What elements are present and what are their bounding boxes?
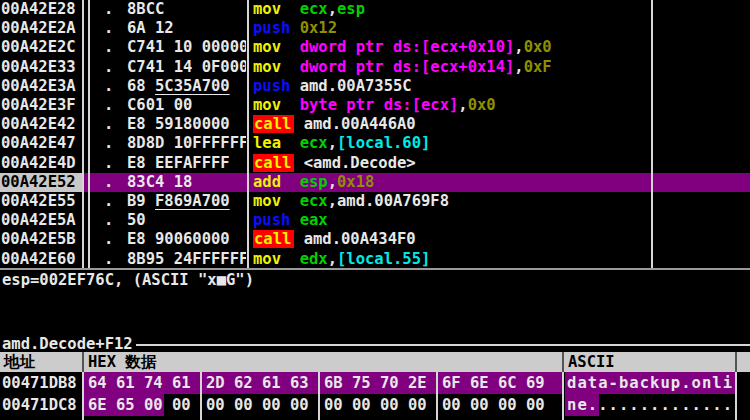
hex-group: 6B 75 70 2E — [324, 372, 427, 394]
hex-group: 2D 7C 76 04 — [88, 416, 191, 420]
instruction-token: amd.00A446A0 — [304, 115, 416, 133]
instruction-token: add — [253, 173, 281, 191]
byte-segment: 50 — [127, 211, 146, 229]
address-cell: 00A42E42 — [1, 115, 76, 134]
analysis-dot-marker: . — [104, 192, 113, 211]
disasm-row[interactable]: 00A42E55.B9 F869A700mov ecx,amd.00A769F8 — [0, 192, 750, 211]
disasm-row[interactable]: 00A42E4D.E8 EEFAFFFFcall <amd.Decode> — [0, 154, 750, 173]
instruction-token: call — [253, 230, 294, 248]
instruction-token: dword ptr ds:[ecx+0x10] — [300, 38, 515, 56]
instruction-cell: mov ecx,esp — [253, 0, 365, 19]
byte-segment: E8 EEFAFFFF — [127, 154, 230, 172]
address-cell: 00A42E2C — [1, 38, 76, 57]
instruction-token — [281, 38, 300, 56]
instruction-token: 0x0 — [524, 38, 552, 56]
dump-header-address: 地址 — [4, 352, 35, 372]
instruction-cell: mov ecx,amd.00A769F8 — [253, 192, 449, 211]
analysis-dot-marker: . — [104, 19, 113, 38]
column-divider — [735, 352, 737, 372]
analysis-dot-marker: . — [104, 230, 113, 249]
disasm-row[interactable]: 00A42E3A.68 5C35A700push amd.00A7355C — [0, 77, 750, 96]
dump-row[interactable]: 00471DD82D 7C 76 0400 00 00 00DD 00 00 0… — [0, 416, 750, 420]
column-divider — [82, 0, 84, 268]
disasm-row[interactable]: 00A42E28.8BCCmov ecx,esp — [0, 0, 750, 19]
column-divider — [247, 0, 249, 268]
hex-group: 6F 6E 6C 69 — [442, 372, 545, 394]
bytes-cell: 83C4 18 — [127, 173, 246, 192]
instruction-token: , — [458, 96, 467, 114]
ascii-cell: -|v.....■....... — [567, 416, 733, 420]
dump-row[interactable]: 00471DC86E 65 00 0000 00 00 0000 00 00 0… — [0, 394, 750, 416]
byte-segment: C601 00 — [127, 96, 192, 114]
disasm-row[interactable]: 00A42E33.C741 14 0F000000mov dword ptr d… — [0, 58, 750, 77]
disasm-row[interactable]: 00A42E42.E8 59180000call amd.00A446A0 — [0, 115, 750, 134]
dump-address-cell: 00471DC8 — [2, 394, 77, 416]
instruction-cell: mov dword ptr ds:[ecx+0x14],0xF — [253, 58, 552, 77]
bytes-cell: C741 14 0F000000 — [127, 58, 246, 77]
instruction-token — [294, 154, 303, 172]
instruction-token: [local.55] — [337, 250, 430, 268]
dump-header-hex: HEX 数据 — [88, 352, 156, 372]
byte-segment: E8 59180000 — [127, 115, 230, 133]
instruction-token: [local.60] — [337, 134, 430, 152]
disasm-row[interactable]: 00A42E5B.E8 90060000call amd.00A434F0 — [0, 230, 750, 249]
instruction-token: lea — [253, 134, 281, 152]
instruction-token: 0x12 — [300, 19, 337, 37]
instruction-token: mov — [253, 250, 281, 268]
instruction-token: mov — [253, 96, 281, 114]
instruction-token: amd.00A769F8 — [337, 192, 449, 210]
column-divider — [562, 372, 564, 420]
hex-group: 00 00 00 00 — [324, 394, 427, 416]
bytes-cell: 6A 12 — [127, 19, 246, 38]
disassembly-pane[interactable]: 00A42E28.8BCCmov ecx,esp00A42E2A.6A 12pu… — [0, 0, 750, 268]
instruction-token: call — [253, 115, 294, 133]
byte-segment: F869A700 — [155, 192, 230, 210]
instruction-token: <amd.Decode> — [304, 154, 416, 172]
dump-rows-pane[interactable]: 00471DB864 61 74 612D 62 61 636B 75 70 2… — [0, 372, 750, 420]
byte-segment: 8BCC — [127, 0, 164, 18]
disasm-row[interactable]: 00A42E3F.C601 00mov byte ptr ds:[ecx],0x… — [0, 96, 750, 115]
debugger-window: 00A42E28.8BCCmov ecx,esp00A42E2A.6A 12pu… — [0, 0, 750, 420]
instruction-cell: call amd.00A434F0 — [253, 230, 416, 249]
bytes-cell: C601 00 — [127, 96, 246, 115]
address-cell: 00A42E28 — [1, 0, 76, 19]
disasm-row[interactable]: 00A42E52.83C4 18add esp,0x18 — [0, 173, 750, 192]
instruction-token: byte ptr ds:[ecx] — [300, 96, 459, 114]
instruction-token: mov — [253, 0, 281, 18]
bytes-cell: 50 — [127, 211, 246, 230]
instruction-token: mov — [253, 38, 281, 56]
address-cell: 00A42E5B — [1, 230, 76, 249]
disasm-row[interactable]: 00A42E2A.6A 12push 0x12 — [0, 19, 750, 38]
disasm-row[interactable]: 00A42E47.8D8D 10FFFFFFlea ecx,[local.60] — [0, 134, 750, 153]
disasm-row[interactable]: 00A42E60.8B95 24FFFFFFmov edx,[local.55] — [0, 250, 750, 268]
address-cell: 00A42E60 — [1, 250, 76, 268]
disasm-row[interactable]: 00A42E2C.C741 10 00000000mov dword ptr d… — [0, 38, 750, 57]
instruction-token: , — [514, 58, 523, 76]
instruction-token: ecx — [300, 134, 328, 152]
address-cell: 00A42E4D — [1, 154, 76, 173]
instruction-cell: mov edx,[local.55] — [253, 250, 430, 268]
instruction-cell: mov dword ptr ds:[ecx+0x10],0x0 — [253, 38, 552, 57]
column-divider — [82, 352, 84, 372]
bytes-cell: E8 EEFAFFFF — [127, 154, 246, 173]
info-pane-status-line[interactable]: esp=002EF76C, (ASCII "x■G") — [2, 271, 254, 290]
instruction-cell: push amd.00A7355C — [253, 77, 412, 96]
instruction-cell: mov byte ptr ds:[ecx],0x0 — [253, 96, 496, 115]
column-divider — [318, 372, 320, 420]
instruction-token: mov — [253, 58, 281, 76]
instruction-token: edx — [300, 250, 328, 268]
instruction-token: , — [328, 0, 337, 18]
disasm-row[interactable]: 00A42E5A.50push eax — [0, 211, 750, 230]
bytes-cell: B9 F869A700 — [127, 192, 246, 211]
hex-group: DD 00 00 00 — [324, 416, 427, 420]
bytes-cell: 8D8D 10FFFFFF — [127, 134, 246, 153]
bytes-cell: 68 5C35A700 — [127, 77, 246, 96]
dump-row[interactable]: 00471DB864 61 74 612D 62 61 636B 75 70 2… — [0, 372, 750, 394]
address-cell: 00A42E47 — [1, 134, 76, 153]
pane-border — [0, 268, 750, 270]
byte-segment: 8D8D 10FFFFFF — [127, 134, 246, 152]
instruction-token — [290, 19, 299, 37]
instruction-token: esp — [337, 0, 365, 18]
instruction-token: , — [514, 38, 523, 56]
instruction-token — [294, 115, 303, 133]
